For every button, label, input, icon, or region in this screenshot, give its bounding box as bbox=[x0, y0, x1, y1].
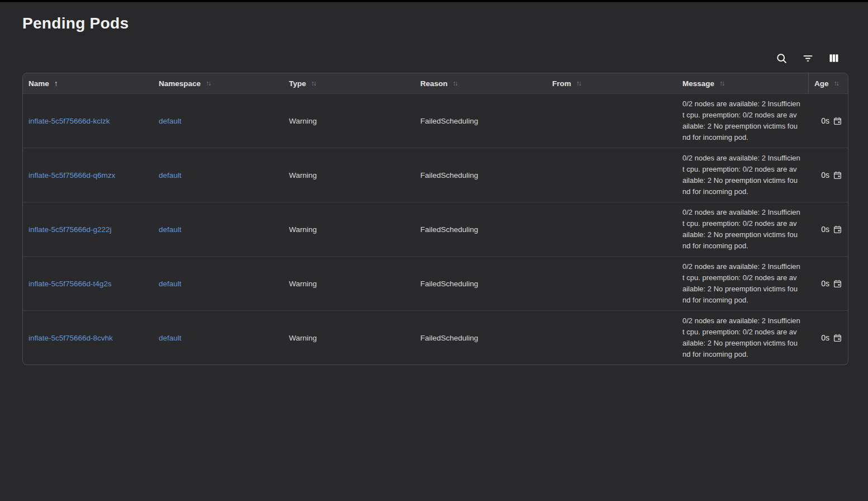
column-header-age[interactable]: Age↑↓ bbox=[808, 73, 848, 93]
cell-reason: FailedScheduling bbox=[415, 334, 547, 342]
age-value: 0s bbox=[821, 333, 829, 342]
cell-name: inflate-5c5f75666d-t4g2s bbox=[23, 280, 153, 288]
filter-icon bbox=[802, 53, 814, 64]
cell-namespace: default bbox=[153, 334, 283, 342]
cell-age: 0s bbox=[808, 333, 848, 342]
table-row: inflate-5c5f75666d-g222j default Warning… bbox=[23, 202, 848, 256]
namespace-link[interactable]: default bbox=[159, 117, 182, 125]
table-toolbar bbox=[0, 51, 841, 65]
cell-message: 0/2 nodes are available: 2 Insufficient … bbox=[677, 148, 808, 202]
page-title: Pending Pods bbox=[22, 15, 868, 32]
calendar-icon bbox=[833, 225, 842, 234]
cell-age: 0s bbox=[808, 171, 848, 179]
namespace-link[interactable]: default bbox=[159, 334, 182, 342]
column-header-from[interactable]: From↑↓ bbox=[547, 73, 677, 93]
filter-button[interactable] bbox=[800, 51, 815, 65]
cell-age: 0s bbox=[808, 225, 848, 234]
sort-toggle-icon: ↑↓ bbox=[453, 80, 457, 87]
namespace-link[interactable]: default bbox=[159, 280, 182, 288]
cell-type: Warning bbox=[283, 334, 415, 342]
table-header-row: Name↑Namespace↑↓Type↑↓Reason↑↓From↑↓Mess… bbox=[23, 73, 848, 93]
cell-name: inflate-5c5f75666d-kclzk bbox=[23, 117, 153, 125]
pod-name-link[interactable]: inflate-5c5f75666d-g222j bbox=[29, 225, 112, 234]
cell-type: Warning bbox=[283, 171, 415, 179]
search-button[interactable] bbox=[774, 51, 789, 65]
table-row: inflate-5c5f75666d-kclzk default Warning… bbox=[23, 93, 848, 148]
cell-reason: FailedScheduling bbox=[415, 280, 547, 288]
cell-age: 0s bbox=[808, 279, 848, 288]
sort-toggle-icon: ↑↓ bbox=[576, 80, 581, 87]
cell-namespace: default bbox=[153, 280, 283, 288]
cell-namespace: default bbox=[153, 117, 283, 125]
calendar-icon bbox=[833, 171, 842, 179]
column-label: From bbox=[552, 79, 571, 88]
cell-name: inflate-5c5f75666d-q6mzx bbox=[23, 171, 153, 179]
cell-reason: FailedScheduling bbox=[415, 171, 547, 179]
sort-toggle-icon: ↑↓ bbox=[719, 80, 724, 87]
cell-name: inflate-5c5f75666d-8cvhk bbox=[23, 334, 153, 342]
cell-namespace: default bbox=[153, 171, 283, 179]
table-body: inflate-5c5f75666d-kclzk default Warning… bbox=[23, 93, 848, 365]
pod-name-link[interactable]: inflate-5c5f75666d-8cvhk bbox=[29, 334, 113, 342]
columns-icon bbox=[828, 53, 839, 64]
column-header-type[interactable]: Type↑↓ bbox=[283, 73, 415, 93]
cell-message: 0/2 nodes are available: 2 Insufficient … bbox=[677, 311, 808, 365]
column-label: Namespace bbox=[159, 79, 201, 88]
cell-name: inflate-5c5f75666d-g222j bbox=[23, 225, 153, 234]
table-row: inflate-5c5f75666d-q6mzx default Warning… bbox=[23, 148, 848, 202]
columns-button[interactable] bbox=[827, 51, 841, 65]
calendar-icon bbox=[833, 117, 842, 125]
app-window: Pending Pods Name↑Namespace↑↓Type↑↓Reaso… bbox=[0, 0, 868, 501]
sort-toggle-icon: ↑↓ bbox=[311, 80, 316, 87]
cell-message: 0/2 nodes are available: 2 Insufficient … bbox=[677, 94, 808, 148]
sort-toggle-icon: ↑↓ bbox=[206, 80, 210, 87]
age-value: 0s bbox=[821, 225, 829, 234]
table-row: inflate-5c5f75666d-t4g2s default Warning… bbox=[23, 256, 848, 310]
column-header-namespace[interactable]: Namespace↑↓ bbox=[153, 73, 283, 93]
cell-type: Warning bbox=[283, 117, 415, 125]
age-value: 0s bbox=[821, 116, 829, 125]
top-black-strip bbox=[0, 0, 868, 2]
column-header-reason[interactable]: Reason↑↓ bbox=[415, 73, 547, 93]
pod-name-link[interactable]: inflate-5c5f75666d-t4g2s bbox=[29, 280, 112, 288]
column-label: Type bbox=[289, 79, 306, 88]
calendar-icon bbox=[833, 334, 842, 342]
cell-type: Warning bbox=[283, 280, 415, 288]
age-value: 0s bbox=[821, 279, 829, 288]
column-header-message[interactable]: Message↑↓ bbox=[677, 73, 808, 93]
calendar-icon bbox=[833, 280, 842, 288]
cell-reason: FailedScheduling bbox=[415, 117, 547, 125]
column-label: Age bbox=[814, 79, 829, 88]
column-header-name[interactable]: Name↑ bbox=[23, 73, 153, 93]
cell-message: 0/2 nodes are available: 2 Insufficient … bbox=[677, 257, 808, 310]
cell-namespace: default bbox=[153, 225, 283, 234]
table-row: inflate-5c5f75666d-8cvhk default Warning… bbox=[23, 310, 848, 365]
namespace-link[interactable]: default bbox=[159, 225, 182, 234]
cell-type: Warning bbox=[283, 225, 415, 234]
cell-reason: FailedScheduling bbox=[415, 225, 547, 234]
cell-message: 0/2 nodes are available: 2 Insufficient … bbox=[677, 202, 808, 256]
age-value: 0s bbox=[821, 171, 829, 179]
namespace-link[interactable]: default bbox=[159, 171, 182, 179]
pod-name-link[interactable]: inflate-5c5f75666d-q6mzx bbox=[29, 171, 115, 179]
pod-name-link[interactable]: inflate-5c5f75666d-kclzk bbox=[29, 117, 110, 125]
pending-pods-table: Name↑Namespace↑↓Type↑↓Reason↑↓From↑↓Mess… bbox=[22, 73, 848, 365]
column-label: Message bbox=[682, 79, 714, 88]
column-label: Name bbox=[29, 79, 49, 88]
cell-age: 0s bbox=[808, 116, 848, 125]
sort-toggle-icon: ↑↓ bbox=[834, 80, 838, 87]
search-icon bbox=[776, 53, 788, 64]
column-label: Reason bbox=[420, 79, 448, 88]
sort-ascending-icon: ↑ bbox=[54, 79, 58, 87]
